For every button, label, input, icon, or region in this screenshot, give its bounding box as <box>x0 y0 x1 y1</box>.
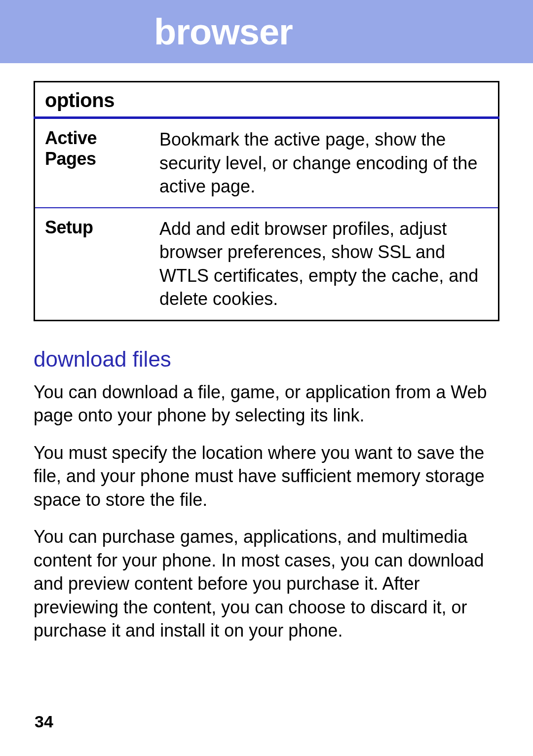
header-band: browser <box>0 0 533 63</box>
section-heading: download files <box>34 347 499 372</box>
table-row: Active Pages Bookmark the active page, s… <box>35 118 499 208</box>
option-description: Add and edit browser profiles, adjust br… <box>159 219 478 309</box>
body-paragraph: You can purchase games, applications, an… <box>34 525 499 643</box>
body-paragraph: You can download a file, game, or applic… <box>34 380 499 427</box>
header-title: browser <box>154 11 293 53</box>
table-row: Setup Add and edit browser profiles, adj… <box>35 208 499 321</box>
option-description: Bookmark the active page, show the secur… <box>159 129 477 196</box>
body-paragraph: You must specify the location where you … <box>34 441 499 512</box>
option-label: Active Pages <box>45 128 140 169</box>
page-content: options Active Pages Bookmark the active… <box>0 63 533 643</box>
options-table: options Active Pages Bookmark the active… <box>34 81 499 321</box>
table-heading: options <box>45 89 114 111</box>
table-header-row: options <box>35 82 499 118</box>
page-number: 34 <box>35 712 53 731</box>
option-label: Setup <box>45 217 140 238</box>
